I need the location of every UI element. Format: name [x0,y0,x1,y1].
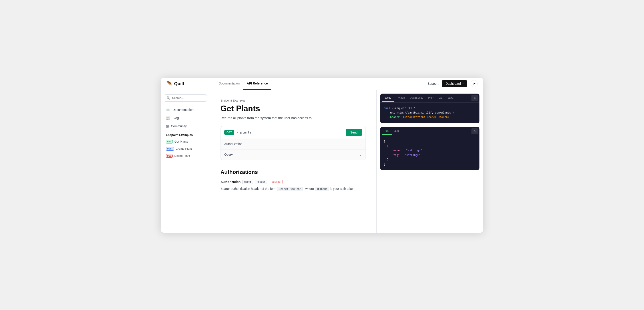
response-line-3: "name" : "<string>" , [384,148,476,153]
tab-200[interactable]: 200 [382,128,392,135]
tab-java[interactable]: Java [445,94,456,102]
auth-description-suffix: is your auth token. [330,187,355,190]
chevron-down-icon: ⌄ [359,153,362,157]
authorization-label: Authorization [224,142,242,146]
sidebar: 🔍 ⌘K 📖 Documentation 📰 Blog ⊞ Community … [161,90,210,233]
search-input[interactable] [172,96,210,100]
code-content: curl --request GET \ --url http://sandbo… [380,103,480,123]
sidebar-item-documentation[interactable]: 📖 Documentation [164,106,207,114]
sidebar-item-blog[interactable]: 📰 Blog [164,114,207,122]
endpoint-label: Delete Plant [174,154,190,157]
request-url: / plants [236,131,344,134]
code-header-keyword: --header [387,116,400,119]
response-content: [ { "name" : "<string>" , "tag" : " [380,136,480,170]
code-line-3: --header 'Authorization: Bearer <token>' [384,115,476,120]
auth-bearer-token-code: Bearer <token> [277,187,303,191]
query-label: Query [224,153,233,156]
nav-right: Support Dashboard > ☀ [428,80,478,87]
chevron-down-icon: ⌄ [359,142,362,146]
code-line-1: curl --request GET \ [384,106,476,111]
support-link[interactable]: Support [428,82,438,85]
sidebar-endpoint-delete-plant[interactable]: DEL Delete Plant [164,153,207,159]
code-block: cURL Python JavaScript PHP Go Java ⧉ cur… [380,94,480,123]
response-block: 200 400 ⧉ [ { "name" : "<string>" , [380,127,480,170]
response-line-1: [ [384,140,476,144]
sidebar-endpoint-create-plant[interactable]: POST Create Plant [164,146,207,152]
page-description: Returns all plants from the system that … [220,116,366,120]
right-panel: cURL Python JavaScript PHP Go Java ⧉ cur… [376,90,483,233]
response-line-6: ] [384,162,476,166]
auth-location-tag: header [255,180,267,184]
auth-token-code: <token> [315,187,329,191]
authorization-section[interactable]: Authorization ⌄ [221,139,366,150]
auth-field-name: Authorization [220,180,240,184]
page-title: Get Plants [220,104,366,113]
dashboard-button[interactable]: Dashboard > [442,80,467,87]
auth-description: Bearer authentication header of the form… [220,186,366,191]
copy-response-button[interactable]: ⧉ [472,128,478,134]
tab-python[interactable]: Python [394,94,408,102]
theme-toggle-button[interactable]: ☀ [470,80,478,87]
logo-icon: 🪶 [166,81,172,86]
tab-documentation[interactable]: Documentation [215,78,243,90]
sidebar-item-label: Community [171,124,187,128]
sidebar-item-label: Blog [172,116,179,120]
sidebar-section-title: Endpoint Examples [164,131,207,138]
search-icon: 🔍 [166,96,170,100]
response-line-2: { [384,144,476,148]
request-method-badge: GET [224,130,234,135]
auth-required-tag: required [269,180,282,184]
response-header: 200 400 ⧉ [380,127,480,136]
auth-field-row: Authorization string header required [220,180,366,184]
tab-api-reference[interactable]: API Reference [243,78,271,90]
query-section[interactable]: Query ⌄ [221,150,366,160]
sun-icon: ☀ [472,82,476,86]
tab-javascript[interactable]: JavaScript [408,94,425,102]
sidebar-endpoint-get-plants[interactable]: GET Get Plants [164,138,207,145]
sidebar-item-community[interactable]: ⊞ Community [164,122,207,130]
newspaper-icon: 📰 [166,116,170,120]
request-url-row: GET / plants Send [221,126,366,139]
tab-curl[interactable]: cURL [382,94,394,102]
main-layout: 🔍 ⌘K 📖 Documentation 📰 Blog ⊞ Community … [161,90,483,233]
response-line-4: "tag" : "<string>" [384,153,476,157]
tab-php[interactable]: PHP [425,94,436,102]
auth-type-tag: string [242,180,253,184]
logo: 🪶 Quill [166,81,215,86]
code-line-2: --url http://sandbox.mintlify.com/plants… [384,111,476,115]
request-box: GET / plants Send Authorization ⌄ Query … [220,126,366,160]
del-badge: DEL [166,154,172,158]
book-icon: 📖 [166,108,170,112]
grid-icon: ⊞ [166,124,169,128]
code-header-value: 'Authorization: Bearer <token>' [401,116,451,119]
logo-text: Quill [174,81,184,86]
tab-go[interactable]: Go [436,94,445,102]
content-area: Endpoint Examples Get Plants Returns all… [210,90,376,233]
endpoint-label: Get Plants [174,140,188,143]
code-keyword: curl [384,107,390,110]
sidebar-item-label: Documentation [172,108,194,112]
auth-description-middle: , where [304,187,314,190]
endpoint-label: Create Plant [176,147,192,150]
top-nav: 🪶 Quill Documentation API Reference Supp… [161,78,483,90]
code-block-header: cURL Python JavaScript PHP Go Java ⧉ [380,94,480,103]
search-box[interactable]: 🔍 ⌘K [164,94,207,102]
authorizations-title: Authorizations [220,169,366,175]
nav-tabs: Documentation API Reference [215,78,428,90]
app-window: 🪶 Quill Documentation API Reference Supp… [161,78,483,233]
copy-code-button[interactable]: ⧉ [472,95,478,101]
get-badge: GET [166,140,173,144]
auth-description-prefix: Bearer authentication header of the form [220,187,276,190]
post-badge: POST [166,147,174,151]
breadcrumb: Endpoint Examples [220,99,366,102]
tab-400[interactable]: 400 [392,128,402,135]
response-line-5: } [384,157,476,162]
send-button[interactable]: Send [346,129,362,136]
